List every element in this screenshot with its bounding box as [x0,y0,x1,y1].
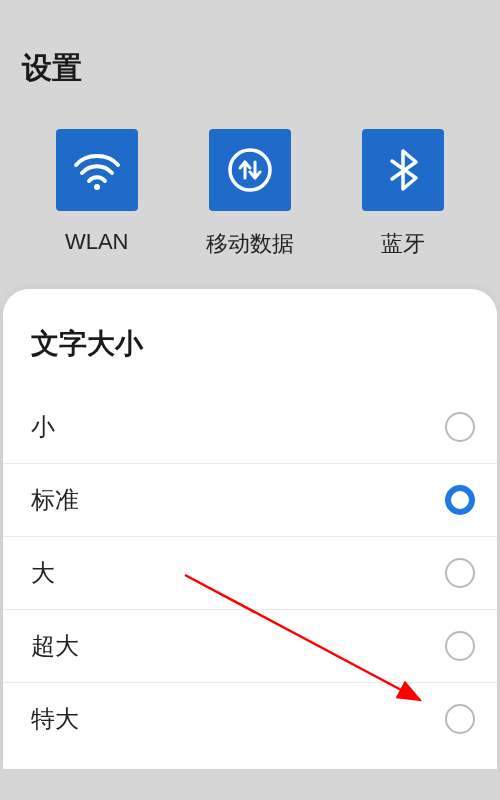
option-label: 标准 [31,484,79,516]
settings-header: 设置 [0,0,500,111]
option-label: 大 [31,557,55,589]
tile-wlan[interactable]: WLAN [47,129,147,259]
tile-mobile-data[interactable]: 移动数据 [200,129,300,259]
svg-point-0 [94,184,100,190]
bluetooth-icon [362,129,444,211]
tile-label: 蓝牙 [381,229,425,259]
text-size-option-large[interactable]: 大 [3,537,497,610]
page-title: 设置 [22,48,478,89]
svg-point-1 [230,150,270,190]
option-label: 特大 [31,703,79,735]
radio-icon [445,704,475,734]
mobile-data-icon [209,129,291,211]
wifi-icon [56,129,138,211]
panel-title: 文字大小 [3,325,497,391]
radio-icon [445,485,475,515]
option-label: 超大 [31,630,79,662]
text-size-option-xxlarge[interactable]: 特大 [3,683,497,755]
option-label: 小 [31,411,55,443]
tile-label: WLAN [65,229,129,255]
quick-tiles-row: WLAN 移动数据 蓝牙 [0,111,500,289]
radio-icon [445,558,475,588]
text-size-option-xlarge[interactable]: 超大 [3,610,497,683]
text-size-option-small[interactable]: 小 [3,391,497,464]
tile-label: 移动数据 [206,229,294,259]
radio-icon [445,412,475,442]
text-size-option-standard[interactable]: 标准 [3,464,497,537]
text-size-panel: 文字大小 小 标准 大 超大 特大 [3,289,497,769]
radio-icon [445,631,475,661]
tile-bluetooth[interactable]: 蓝牙 [353,129,453,259]
